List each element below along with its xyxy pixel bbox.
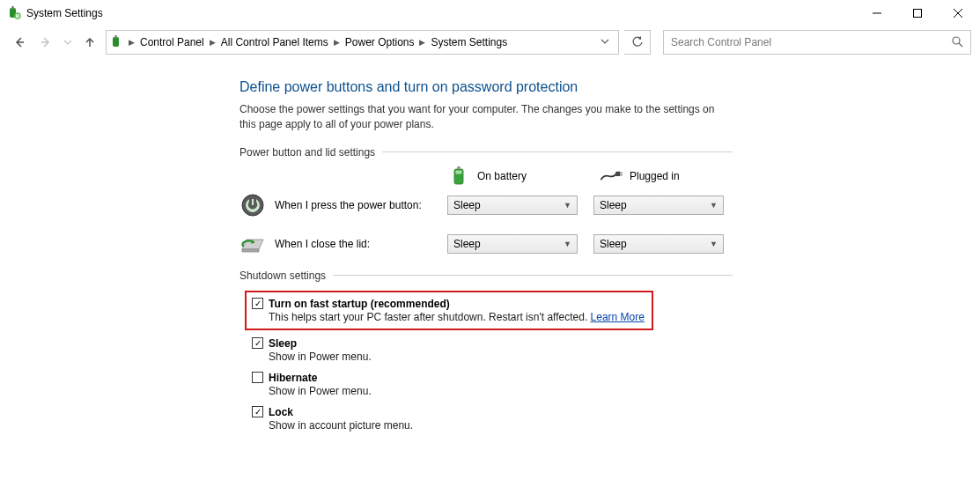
select-lid-plugged[interactable]: Sleep ▼ (593, 234, 724, 254)
item-description: Show in account picture menu. (269, 419, 757, 432)
shutdown-list: Turn on fast startup (recommended) This … (239, 291, 757, 433)
learn-more-link[interactable]: Learn More (591, 311, 645, 323)
checkbox-sleep[interactable] (252, 337, 263, 349)
search-input[interactable] (671, 36, 951, 48)
chevron-down-icon: ▼ (564, 240, 571, 248)
checkbox-fast-startup[interactable] (252, 298, 263, 309)
setting-row-lid: When I close the lid: Sleep ▼ Sleep ▼ (239, 231, 757, 257)
titlebar: System Settings (0, 0, 980, 26)
shutdown-item-fast-startup: Turn on fast startup (recommended) This … (245, 291, 653, 330)
back-button[interactable] (9, 32, 30, 53)
chevron-right-icon: ▶ (128, 38, 136, 47)
checkbox-hibernate[interactable] (252, 372, 263, 383)
shutdown-item-hibernate: Hibernate Show in Power menu. (252, 370, 757, 399)
page-title: Define power buttons and turn on passwor… (239, 79, 757, 95)
row-label: When I press the power button: (275, 199, 447, 211)
search-icon (951, 35, 963, 50)
breadcrumb-all-items[interactable]: All Control Panel Items (218, 36, 331, 48)
svg-rect-10 (113, 37, 119, 47)
shutdown-item-lock: Lock Show in account picture menu. (252, 404, 757, 433)
svg-line-13 (959, 43, 962, 47)
svg-rect-17 (456, 170, 462, 174)
minimize-button[interactable] (857, 0, 897, 26)
select-power-plugged[interactable]: Sleep ▼ (593, 196, 724, 215)
select-power-battery[interactable]: Sleep ▼ (447, 196, 578, 215)
checkbox-lock[interactable] (252, 406, 263, 417)
chevron-right-icon: ▶ (418, 38, 426, 47)
close-button[interactable] (938, 0, 978, 26)
select-lid-battery[interactable]: Sleep ▼ (447, 234, 578, 254)
up-button[interactable] (79, 32, 100, 53)
navigation-bar: ▶ Control Panel ▶ All Control Panel Item… (0, 26, 980, 58)
section-header-power: Power button and lid settings (239, 146, 733, 159)
power-button-icon (239, 192, 266, 218)
shutdown-item-sleep: Sleep Show in Power menu. (252, 336, 757, 365)
svg-rect-16 (457, 166, 461, 169)
svg-rect-18 (615, 171, 620, 175)
page-description: Choose the power settings that you want … (239, 102, 733, 132)
checkbox-label: Turn on fast startup (recommended) (269, 298, 450, 310)
item-description: Show in Power menu. (269, 351, 757, 363)
battery-icon (447, 167, 470, 185)
item-description: Show in Power menu. (269, 385, 757, 397)
breadcrumb-system-settings[interactable]: System Settings (428, 36, 510, 48)
breadcrumb[interactable]: ▶ Control Panel ▶ All Control Panel Item… (106, 30, 619, 55)
maximize-button[interactable] (897, 0, 938, 26)
row-label: When I close the lid: (275, 238, 447, 250)
chevron-right-icon: ▶ (333, 38, 341, 47)
checkbox-label: Sleep (269, 337, 297, 350)
window-title: System Settings (26, 7, 103, 19)
setting-row-power-button: When I press the power button: Sleep ▼ S… (239, 192, 757, 218)
lid-icon (239, 231, 266, 257)
svg-point-12 (953, 37, 960, 44)
svg-rect-1 (11, 6, 14, 9)
column-headers: On battery Plugged in (447, 167, 757, 185)
breadcrumb-control-panel[interactable]: Control Panel (137, 36, 207, 48)
search-box[interactable] (663, 30, 971, 55)
svg-rect-11 (114, 35, 117, 38)
section-header-shutdown: Shutdown settings (239, 270, 733, 282)
breadcrumb-dropdown[interactable] (595, 36, 615, 48)
column-on-battery: On battery (447, 167, 584, 185)
checkbox-label: Lock (269, 406, 293, 418)
plug-icon (600, 167, 623, 185)
item-description: This helps start your PC faster after sh… (269, 311, 646, 323)
column-label: Plugged in (630, 170, 680, 182)
checkbox-label: Hibernate (269, 372, 317, 384)
breadcrumb-power-options[interactable]: Power Options (343, 36, 417, 48)
page-content: Define power buttons and turn on passwor… (0, 58, 757, 433)
chevron-right-icon: ▶ (209, 38, 217, 47)
svg-rect-4 (914, 10, 922, 18)
chevron-down-icon: ▼ (710, 201, 718, 210)
recent-dropdown[interactable] (62, 32, 74, 53)
chevron-down-icon: ▼ (564, 201, 571, 210)
power-options-icon (7, 6, 21, 20)
column-plugged-in: Plugged in (600, 167, 736, 185)
refresh-button[interactable] (624, 30, 651, 55)
column-label: On battery (477, 170, 527, 182)
chevron-down-icon: ▼ (710, 240, 718, 248)
forward-button[interactable] (35, 32, 56, 53)
power-options-icon (110, 35, 124, 49)
